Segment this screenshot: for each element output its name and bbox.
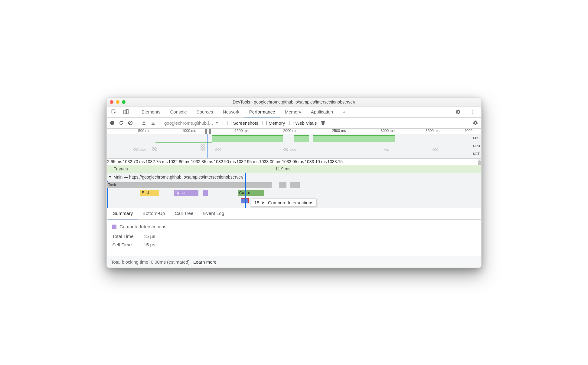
clear-button[interactable] [128, 120, 133, 125]
tab-bottom-up[interactable]: Bottom-Up [138, 208, 170, 219]
profile-select[interactable]: googlechrome.github.i… [164, 120, 218, 126]
tab-memory[interactable]: Memory [280, 107, 306, 117]
webvitals-checkbox[interactable]: Web Vitals [289, 120, 317, 126]
frames-label: Frames [107, 166, 275, 171]
frame-duration: 11.9 ms [275, 166, 290, 171]
learn-more-link[interactable]: Learn more [193, 259, 217, 265]
svg-point-6 [110, 121, 114, 125]
tbt-text: Total blocking time: 0.00ms (estimated) [111, 259, 190, 265]
titlebar: DevTools - googlechrome.github.io/sample… [107, 98, 481, 107]
tab-call-tree[interactable]: Call Tree [170, 208, 198, 219]
reload-record-button[interactable] [119, 120, 124, 125]
task-bar[interactable]: Task [107, 182, 272, 188]
svg-point-5 [472, 113, 472, 114]
tab-network[interactable]: Network [218, 107, 244, 117]
inspect-element-icon[interactable] [109, 107, 119, 117]
dropdown-triangle-icon [215, 122, 218, 124]
tab-application[interactable]: Application [306, 107, 338, 117]
device-toolbar-icon[interactable] [121, 107, 132, 117]
self-time-value: 15 µs [144, 242, 155, 248]
record-button[interactable] [110, 120, 115, 125]
tab-performance[interactable]: Performance [244, 107, 280, 117]
scrollbar-thumb[interactable] [478, 160, 481, 165]
performance-toolbar: googlechrome.github.i… Screenshots Memor… [107, 118, 481, 129]
flame-tooltip: 15 µs Compute Intersections [251, 199, 317, 207]
task-bar[interactable] [290, 182, 300, 188]
overview-marker[interactable] [209, 129, 211, 134]
devtools-window: DevTools - googlechrome.github.io/sample… [106, 97, 482, 268]
self-time-label: Self Time [112, 242, 138, 248]
flame-event-selected[interactable] [241, 198, 249, 203]
overview-cursor[interactable] [207, 134, 207, 158]
summary-title: Compute Intersections [119, 224, 166, 229]
screenshots-checkbox[interactable]: Screenshots [227, 120, 258, 126]
flame-event[interactable] [203, 190, 208, 196]
tab-console[interactable]: Console [165, 107, 192, 117]
svg-point-4 [472, 111, 472, 112]
overview-lane-labels: FPS CPU NET [473, 134, 480, 158]
panel-tabs: Elements Console Sources Network Perform… [137, 107, 452, 117]
load-profile-button[interactable] [142, 120, 146, 125]
svg-rect-10 [152, 124, 155, 125]
details-tabs: Summary Bottom-Up Call Tree Event Log [107, 208, 481, 220]
tab-elements[interactable]: Elements [137, 107, 165, 117]
panel-tabs-row: Elements Console Sources Network Perform… [107, 107, 481, 118]
total-time-label: Total Time [112, 234, 138, 239]
fps-lane [107, 135, 481, 142]
flamechart[interactable]: Task E…l Up…e Co…rs 15 µs Compute Inters… [107, 181, 481, 208]
collect-garbage-button[interactable] [321, 120, 325, 125]
status-bar: Total blocking time: 0.00ms (estimated) … [107, 256, 481, 268]
settings-gear-icon[interactable] [453, 109, 464, 115]
chevron-down-icon [109, 176, 112, 178]
main-thread-header[interactable]: Main — https://googlechrome.github.io/sa… [107, 173, 481, 181]
timeline-overview[interactable]: 500 ms 1000 ms 1500 ms 2000 ms 2500 ms 3… [107, 129, 481, 159]
overview-marker[interactable] [205, 129, 207, 134]
memory-checkbox[interactable]: Memory [263, 120, 285, 126]
task-bar[interactable] [279, 182, 286, 188]
playhead-cursor[interactable] [245, 173, 246, 208]
profile-select-value: googlechrome.github.i… [164, 120, 214, 126]
flame-event[interactable]: E…l [140, 190, 159, 196]
save-profile-button[interactable] [151, 120, 155, 125]
svg-point-3 [472, 110, 472, 110]
window-title: DevTools - googlechrome.github.io/sample… [107, 100, 481, 104]
capture-settings-icon[interactable] [473, 120, 478, 126]
main-thread-title: Main — https://googlechrome.github.io/sa… [113, 175, 243, 179]
tabs-overflow[interactable]: » [338, 107, 350, 117]
summary-pane: Compute Intersections Total Time 15 µs S… [107, 220, 481, 256]
flame-event[interactable]: Up…e [174, 190, 198, 196]
event-color-swatch [112, 225, 116, 229]
frames-track[interactable]: Frames 11.9 ms [107, 165, 481, 173]
tab-summary[interactable]: Summary [108, 208, 138, 219]
tab-sources[interactable]: Sources [192, 107, 218, 117]
flamechart-ruler[interactable]: 2.65 ms 1032.70 ms 1032.75 ms 1032.80 ms… [107, 159, 481, 165]
cpu-lane [107, 143, 481, 151]
tab-event-log[interactable]: Event Log [198, 208, 229, 219]
svg-rect-9 [142, 124, 145, 125]
scrollbar[interactable] [478, 159, 481, 165]
svg-line-8 [129, 122, 132, 124]
flame-event[interactable]: Co…rs [238, 190, 264, 196]
overview-ruler: 500 ms 1000 ms 1500 ms 2000 ms 2500 ms 3… [107, 129, 481, 134]
total-time-value: 15 µs [144, 234, 155, 239]
more-menu-icon[interactable] [467, 109, 478, 115]
